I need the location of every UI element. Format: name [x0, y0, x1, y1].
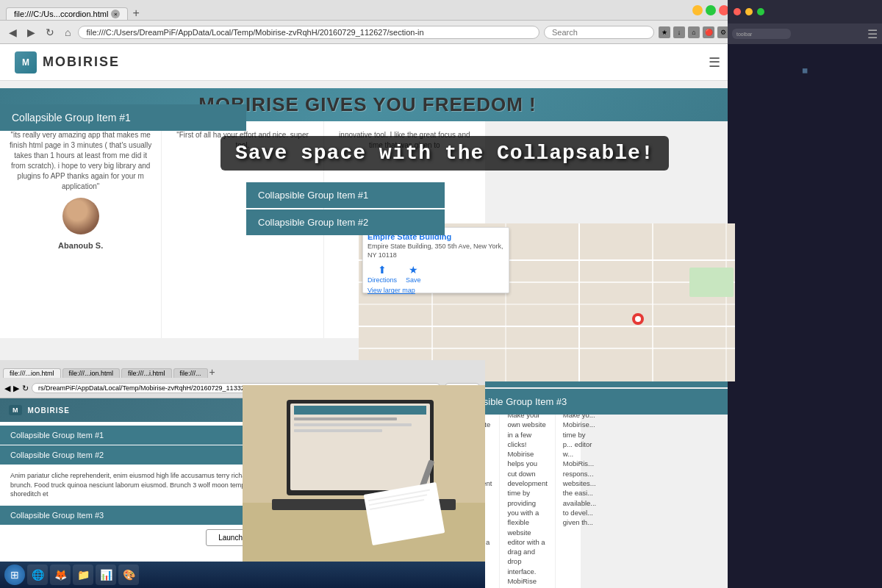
map-action-buttons: ⬆ Directions ★ Save — [368, 264, 504, 284]
logo-icon: M — [15, 51, 37, 74]
firefox-icon: 🦊 — [54, 569, 67, 581]
paint-icon: 🎨 — [123, 569, 135, 581]
toolbar-icons: ★ ↓ ⌂ 🔴 ⚙ — [659, 26, 729, 38]
collapsible-item-1-top[interactable]: Collapsible Group Item #1 — [0, 104, 246, 131]
collapsible-right-item-3[interactable]: Collapsible Group Item #3 — [445, 389, 728, 415]
close-btn-secondary[interactable] — [734, 8, 741, 15]
secondary-menu-icon[interactable]: ☰ — [867, 27, 878, 41]
bottom-site-logo: M — [9, 405, 22, 415]
svg-rect-19 — [294, 406, 426, 415]
addon-icon[interactable]: 🔴 — [703, 26, 714, 38]
bottom-tabs-row: file:///...ion.html file:///...ion.html … — [0, 360, 485, 378]
start-button[interactable]: ⊞ — [4, 564, 25, 585]
taskbar-firefox-icon[interactable]: 🦊 — [50, 564, 71, 585]
save-button[interactable]: ★ Save — [406, 264, 421, 284]
collapsible-mid-item-1[interactable]: Collapsible Group Item #1 — [246, 182, 445, 208]
address-input[interactable] — [78, 26, 539, 39]
secondary-browser-window: toolbar ☰ ◼ — [728, 0, 882, 588]
testimonial-1: "its really very amazing app that makes … — [0, 121, 162, 338]
bottom-tab-2[interactable]: file:///...ion.html — [62, 368, 121, 378]
save-space-overlay: Save space with the Collapsable! — [220, 136, 669, 171]
min-btn-secondary[interactable] — [745, 8, 753, 15]
bottom-back-button[interactable]: ◀ — [4, 384, 10, 393]
site-logo: M MOBIRISE — [15, 51, 120, 74]
bottom-new-tab-button[interactable]: + — [209, 366, 215, 378]
svg-rect-11 — [689, 268, 734, 297]
bottom-tab-3[interactable]: file:///...i.html — [121, 368, 172, 378]
text-content-2: Make your own website in a few clicks! M… — [507, 410, 547, 588]
download-icon[interactable]: ↓ — [673, 26, 685, 38]
taskbar-ie-icon[interactable]: 🌐 — [27, 564, 48, 585]
refresh-button[interactable]: ↻ — [43, 25, 57, 40]
forward-button[interactable]: ▶ — [24, 25, 38, 40]
directions-label: Directions — [368, 276, 397, 284]
map-section: Empire State Building Empire State Build… — [359, 223, 735, 381]
avatar-1 — [62, 198, 99, 234]
testimonial-1-quote: "its really very amazing app that makes … — [9, 130, 152, 192]
browser-titlebar: file:///C:/Us...ccordion.html × + — [0, 0, 735, 21]
home-button[interactable]: ⌂ — [62, 25, 74, 40]
bottom-refresh-button[interactable]: ↻ — [22, 384, 29, 393]
window-controls — [692, 5, 729, 15]
svg-rect-16 — [243, 503, 485, 562]
tab-title: file:///C:/Us...ccordion.html — [14, 10, 108, 18]
svg-rect-22 — [294, 429, 382, 432]
bottom-site-brand: MOBIRISE — [28, 406, 70, 415]
max-btn-secondary[interactable] — [757, 8, 764, 15]
laptop-image-area — [243, 385, 485, 562]
star-icon: ★ — [409, 264, 418, 276]
text-content-3: Make yo... Mobirise... time by p... edit… — [563, 410, 596, 528]
map-address: Empire State Building, 350 5th Ave, New … — [368, 243, 504, 259]
svg-point-14 — [635, 316, 641, 322]
site-brand: MOBIRISE — [43, 54, 120, 70]
larger-map-link[interactable]: View larger map — [368, 287, 504, 294]
secondary-toolbar: toolbar ☰ — [728, 24, 882, 44]
avatar-image-1 — [62, 198, 99, 234]
ie-icon: 🌐 — [32, 569, 44, 581]
text-col-2: Make your own website in a few clicks! M… — [500, 404, 555, 588]
svg-rect-18 — [290, 404, 430, 490]
bottom-tab-1[interactable]: file:///...ion.html — [3, 368, 61, 378]
new-tab-button[interactable]: + — [128, 7, 143, 20]
windows-logo-icon: ⊞ — [10, 569, 19, 581]
chart-icon: 📊 — [100, 569, 112, 581]
svg-rect-21 — [294, 423, 412, 426]
home-icon[interactable]: ⌂ — [688, 26, 700, 38]
directions-icon: ⬆ — [378, 264, 387, 276]
minimize-button[interactable] — [692, 5, 703, 15]
maximize-button[interactable] — [706, 5, 716, 15]
hamburger-menu-icon[interactable]: ☰ — [709, 54, 720, 71]
svg-rect-20 — [294, 417, 397, 420]
secondary-content-area: ◼ — [728, 44, 882, 588]
bookmark-star-icon[interactable]: ★ — [659, 26, 670, 38]
folder-icon: 📁 — [77, 569, 90, 581]
secondary-placeholder-text: ◼ — [795, 59, 815, 82]
secondary-browser-content: toolbar ☰ ◼ — [728, 0, 882, 588]
taskbar-folder-icon[interactable]: 📁 — [73, 564, 93, 585]
site-headline-text: MOBIRISE GIVES YOU FREEDOM ! — [198, 93, 536, 116]
site-header: M MOBIRISE ☰ — [0, 44, 735, 81]
collapsible-group-middle: Collapsible Group Item #1 Collapsible Gr… — [246, 182, 445, 237]
directions-button[interactable]: ⬆ Directions — [368, 264, 397, 284]
logo-letter: M — [22, 57, 29, 68]
secondary-toolbar-icons: toolbar — [732, 29, 791, 39]
tab-close-button[interactable]: × — [111, 10, 120, 18]
collapsible-mid-item-2[interactable]: Collapsible Group Item #2 — [246, 209, 445, 235]
save-label: Save — [406, 276, 421, 284]
bottom-tab-4[interactable]: file:///... — [173, 368, 208, 378]
text-col-3: Make yo... Mobirise... time by p... edit… — [556, 404, 603, 588]
taskbar-paint-icon[interactable]: 🎨 — [118, 564, 139, 585]
browser-tab[interactable]: file:///C:/Us...ccordion.html × — [6, 7, 128, 20]
secondary-titlebar — [728, 0, 882, 24]
map-info-box: Empire State Building Empire State Build… — [362, 227, 509, 293]
save-space-text: Save space with the Collapsable! — [235, 142, 654, 165]
taskbar-chart-icon[interactable]: 📊 — [96, 564, 116, 585]
os-taskbar: ⊞ 🌐 🦊 📁 📊 🎨 — [0, 562, 485, 588]
bottom-forward-button[interactable]: ▶ — [13, 384, 19, 393]
back-button[interactable]: ◀ — [6, 25, 20, 40]
laptop-svg — [243, 385, 485, 562]
address-bar: ◀ ▶ ↻ ⌂ ★ ↓ ⌂ 🔴 ⚙ — [0, 21, 735, 44]
tab-area: file:///C:/Us...ccordion.html × + — [6, 0, 144, 20]
testimonial-1-name: Abanoub S. — [9, 240, 152, 251]
search-input[interactable] — [544, 26, 654, 39]
